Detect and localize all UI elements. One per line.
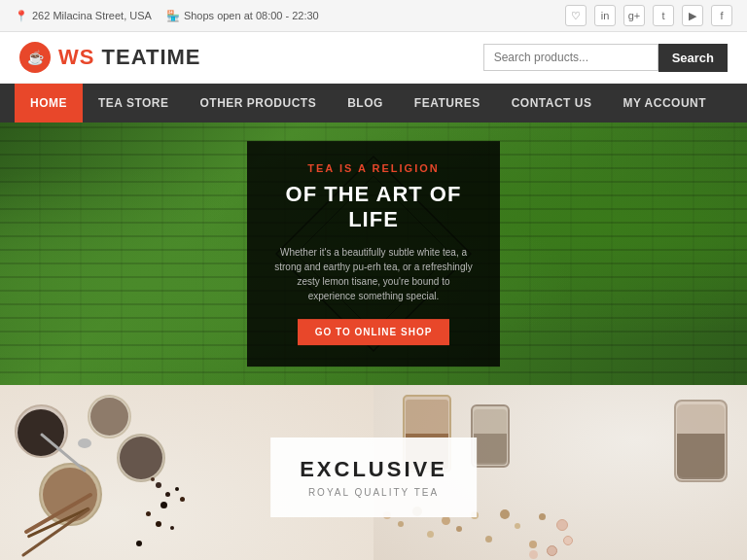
- hero-overlay: TEA IS A RELIGION OF THE ART OF LIFE Whe…: [247, 141, 500, 367]
- card-subtitle: ROYAL QUALITY TEA: [300, 487, 447, 498]
- bottom-center-card: EXCLUSIVE ROYAL QUALITY TEA: [270, 438, 477, 517]
- nav-item-account[interactable]: MY ACCOUNT: [607, 84, 722, 122]
- hero-cta-button[interactable]: GO TO ONLINE SHOP: [298, 319, 450, 345]
- hours-text: Shops open at 08:00 - 22:30: [184, 10, 319, 21]
- card-title: EXCLUSIVE: [300, 457, 447, 482]
- instagram-icon[interactable]: ♡: [565, 5, 587, 26]
- logo-text: WS TEATIME: [58, 45, 201, 70]
- nav-item-tea-store[interactable]: TEA STORE: [83, 84, 185, 122]
- youtube-icon[interactable]: ▶: [682, 5, 703, 26]
- pin-icon: 📍: [15, 10, 28, 22]
- logo-icon: ☕: [19, 42, 51, 73]
- hero-title: OF THE ART OF LIFE: [274, 182, 473, 233]
- google-plus-icon[interactable]: g+: [623, 5, 645, 26]
- linkedin-icon[interactable]: in: [594, 5, 616, 26]
- logo-teatime: TEATIME: [102, 45, 201, 69]
- site-logo[interactable]: ☕ WS TEATIME: [19, 42, 201, 73]
- search-input[interactable]: [483, 44, 658, 71]
- facebook-icon[interactable]: f: [711, 5, 732, 26]
- nav-item-features[interactable]: FEATURES: [399, 84, 496, 122]
- hero-subtitle: TEA IS A RELIGION: [274, 162, 473, 174]
- logo-ws: WS: [58, 45, 94, 69]
- top-bar: 📍 262 Milacina Street, USA 🏪 Shops open …: [0, 0, 747, 32]
- main-nav: HOME TEA STORE OTHER PRODUCTS BLOG FEATU…: [0, 84, 747, 122]
- site-header: ☕ WS TEATIME Search: [0, 32, 747, 84]
- address-info: 📍 262 Milacina Street, USA: [15, 10, 152, 22]
- hero-section: TEA IS A RELIGION OF THE ART OF LIFE Whe…: [0, 122, 747, 385]
- search-bar: Search: [483, 44, 728, 72]
- nav-item-blog[interactable]: BLOG: [332, 84, 399, 122]
- nav-item-home[interactable]: HOME: [15, 84, 83, 122]
- search-button[interactable]: Search: [658, 44, 728, 72]
- hours-info: 🏪 Shops open at 08:00 - 22:30: [166, 10, 319, 22]
- twitter-icon[interactable]: t: [653, 5, 674, 26]
- nav-item-contact[interactable]: CONTACT US: [496, 84, 608, 122]
- hero-description: Whether it's a beautifully subtle white …: [274, 245, 473, 303]
- shop-icon: 🏪: [166, 10, 180, 22]
- address-text: 262 Milacina Street, USA: [32, 10, 152, 21]
- top-bar-info: 📍 262 Milacina Street, USA 🏪 Shops open …: [15, 10, 319, 22]
- social-icons: ♡ in g+ t ▶ f: [565, 5, 732, 26]
- bottom-section: EXCLUSIVE ROYAL QUALITY TEA: [0, 385, 747, 560]
- nav-item-other-products[interactable]: OTHER PRODUCTS: [185, 84, 333, 122]
